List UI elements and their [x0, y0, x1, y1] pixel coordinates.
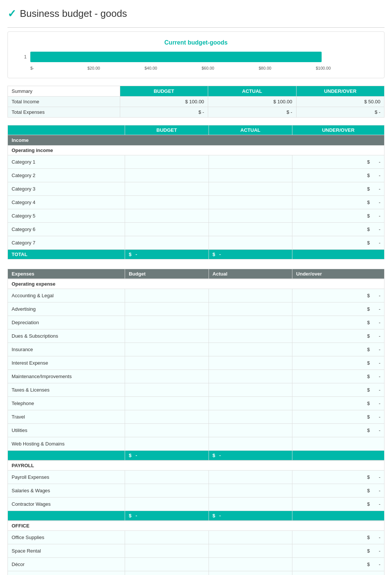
exp-travel-actual-input[interactable]: [213, 412, 289, 422]
income-cat-3-actual-input[interactable]: [213, 184, 289, 194]
exp-advertising-budget-input[interactable]: [129, 304, 205, 314]
exp-telephone-budget-input[interactable]: [129, 399, 205, 408]
income-cat-4-under: $-: [292, 196, 385, 209]
income-cat-4-actual[interactable]: [209, 196, 292, 209]
exp-maintenance-actual-input[interactable]: [213, 372, 289, 381]
exp-acct-legal-budget-input[interactable]: [129, 291, 205, 300]
income-budget-header: BUDGET: [125, 125, 209, 135]
exp-contractor-wages: Contractor Wages $-: [8, 498, 385, 511]
exp-contractor-wages-budget-input[interactable]: [129, 499, 205, 509]
exp-interest: Interest Expense $-: [8, 356, 385, 370]
chart-axis-label-2: $40.00: [145, 66, 202, 70]
income-cat-6-actual-input[interactable]: [213, 225, 289, 234]
income-under-header: UNDER/OVER: [292, 125, 385, 135]
income-cat-4-actual-input[interactable]: [213, 198, 289, 207]
exp-telephone-actual-input[interactable]: [213, 399, 289, 408]
income-cat-3-budget[interactable]: [125, 182, 209, 196]
income-cat-1-actual-input[interactable]: [213, 157, 289, 167]
summary-income-label: Total Income: [8, 97, 120, 107]
income-cat-3-label: Category 3: [8, 182, 125, 196]
income-cat-1-under: $-: [292, 155, 385, 169]
exp-taxes-licenses-actual-input[interactable]: [213, 385, 289, 395]
exp-dues-subs-actual-input[interactable]: [213, 331, 289, 341]
income-cat-3-actual[interactable]: [209, 182, 292, 196]
income-cat-6-actual[interactable]: [209, 223, 292, 236]
income-cat-2-actual-input[interactable]: [213, 171, 289, 180]
income-cat-5-actual[interactable]: [209, 209, 292, 223]
income-cat-row-4: Category 4 $-: [8, 196, 385, 209]
exp-web-hosting-budget-input[interactable]: [129, 439, 205, 448]
exp-web-hosting-label: Web Hosting & Domains: [8, 437, 125, 451]
exp-payroll-expenses-label: Payroll Expenses: [8, 471, 125, 484]
expenses-under-header: Under/over: [292, 269, 385, 279]
income-cat-7-budget[interactable]: [125, 236, 209, 250]
income-cat-2-budget[interactable]: [125, 169, 209, 182]
income-cat-7-actual-input[interactable]: [213, 238, 289, 247]
operating-income-label: Operating income: [8, 146, 385, 155]
exp-payroll-expenses-actual-input[interactable]: [213, 472, 289, 482]
exp-machine-rental-budget-input[interactable]: [129, 573, 205, 575]
exp-dues-subs-budget-input[interactable]: [129, 331, 205, 341]
exp-interest-budget-input[interactable]: [129, 358, 205, 368]
income-cat-6-budget-input[interactable]: [129, 225, 205, 234]
exp-utilities-budget-input[interactable]: [129, 426, 205, 435]
exp-taxes-licenses-budget-input[interactable]: [129, 385, 205, 395]
summary-income-under: $ 50.00: [296, 97, 384, 107]
exp-office-supplies-budget-input[interactable]: [129, 533, 205, 542]
operating-subtotal: $ - $ -: [8, 451, 385, 461]
summary-expenses-label: Total Expenses: [8, 107, 120, 118]
exp-space-rental-budget-input[interactable]: [129, 546, 205, 556]
income-cat-1-budget[interactable]: [125, 155, 209, 169]
income-cat-5-actual-input[interactable]: [213, 211, 289, 220]
exp-web-hosting: Web Hosting & Domains: [8, 437, 385, 451]
income-cat-2-budget-input[interactable]: [129, 171, 205, 180]
expenses-budget-header: Budget: [125, 269, 209, 279]
exp-interest-actual-input[interactable]: [213, 358, 289, 368]
income-cat-1-actual[interactable]: [209, 155, 292, 169]
income-cat-2-actual[interactable]: [209, 169, 292, 182]
chart-axis-label-3: $60.00: [202, 66, 259, 70]
exp-web-hosting-actual-input[interactable]: [213, 439, 289, 448]
exp-utilities: Utilities $-: [8, 424, 385, 437]
summary-income-actual: $ 100.00: [208, 97, 296, 107]
exp-utilities-actual-input[interactable]: [213, 426, 289, 435]
income-cat-4-budget-input[interactable]: [129, 198, 205, 207]
income-cat-6-under: $-: [292, 223, 385, 236]
exp-office-supplies-actual-input[interactable]: [213, 533, 289, 542]
income-cat-3-budget-input[interactable]: [129, 184, 205, 194]
exp-maintenance-budget-input[interactable]: [129, 372, 205, 381]
exp-acct-legal-actual-input[interactable]: [213, 291, 289, 300]
exp-advertising-actual-input[interactable]: [213, 304, 289, 314]
exp-decor: Décor $-: [8, 558, 385, 571]
exp-space-rental-actual-input[interactable]: [213, 546, 289, 556]
exp-depreciation-budget-input[interactable]: [129, 318, 205, 327]
exp-insurance-budget-input[interactable]: [129, 345, 205, 354]
exp-insurance-actual-input[interactable]: [213, 345, 289, 354]
operating-expense-label: Operating expense: [8, 279, 385, 289]
exp-decor-actual-input[interactable]: [213, 560, 289, 569]
income-cat-2-under: $-: [292, 169, 385, 182]
exp-contractor-wages-label: Contractor Wages: [8, 498, 125, 511]
exp-decor-budget-input[interactable]: [129, 560, 205, 569]
income-cat-7-actual[interactable]: [209, 236, 292, 250]
exp-salaries-wages-actual-input[interactable]: [213, 486, 289, 495]
exp-travel-budget-input[interactable]: [129, 412, 205, 422]
income-cat-5-budget-input[interactable]: [129, 211, 205, 220]
exp-contractor-wages-actual-input[interactable]: [213, 499, 289, 509]
income-cat-1-budget-input[interactable]: [129, 157, 205, 167]
exp-machine-rental-actual-input[interactable]: [213, 573, 289, 575]
income-cat-7-budget-input[interactable]: [129, 238, 205, 247]
exp-salaries-wages-budget-input[interactable]: [129, 486, 205, 495]
income-cat-5-budget[interactable]: [125, 209, 209, 223]
exp-depreciation-actual-input[interactable]: [213, 318, 289, 327]
income-actual-header: ACTUAL: [209, 125, 292, 135]
operating-subtotal-label: [8, 451, 125, 461]
exp-payroll-expenses-budget-input[interactable]: [129, 472, 205, 482]
income-cat-4-budget[interactable]: [125, 196, 209, 209]
summary-budget-header: BUDGET: [120, 86, 208, 97]
income-cat-6-budget[interactable]: [125, 223, 209, 236]
payroll-header: PAYROLL: [8, 460, 385, 471]
page-title-section: ✓ Business budget - goods: [7, 7, 385, 20]
income-table: BUDGET ACTUAL UNDER/OVER Income Operatin…: [7, 125, 385, 259]
chart-row-1: 1: [19, 52, 373, 62]
